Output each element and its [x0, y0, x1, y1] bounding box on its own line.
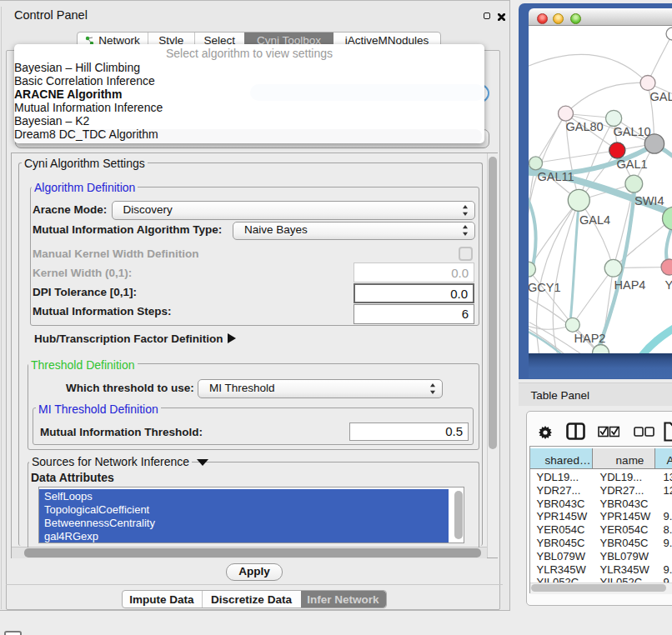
svg-text:Y: Y [664, 278, 672, 292]
svg-text:GAL1: GAL1 [616, 158, 647, 171]
svg-text:HAP2: HAP2 [574, 332, 605, 345]
svg-text:GCY1: GCY1 [529, 280, 561, 293]
svg-text:GAL4: GAL4 [579, 212, 610, 226]
svg-text:GAL: GAL [649, 89, 672, 102]
svg-text:SWI4: SWI4 [634, 193, 664, 207]
svg-text:GAL80: GAL80 [565, 120, 603, 133]
svg-text:GAL10: GAL10 [613, 124, 650, 138]
svg-text:GAL11: GAL11 [537, 169, 574, 182]
svg-text:HAP4: HAP4 [614, 278, 645, 292]
